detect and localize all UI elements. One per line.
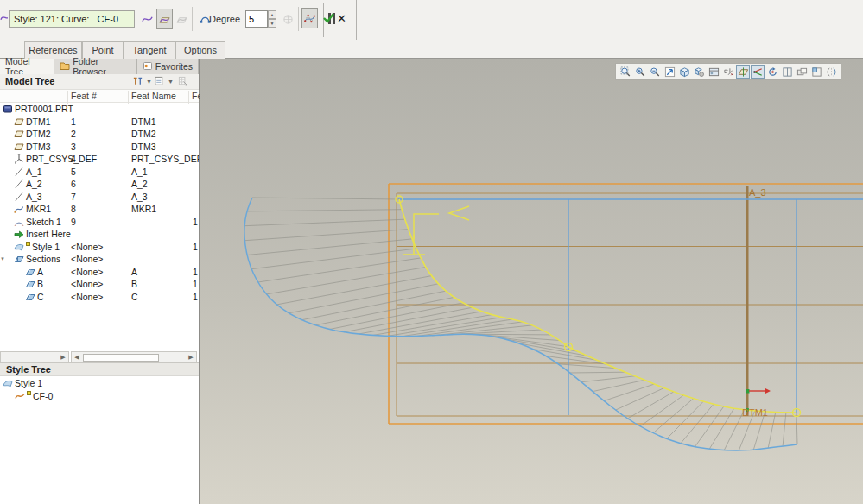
column-feat-name[interactable]: Feat Name: [131, 91, 176, 101]
style-curve-cf0[interactable]: [399, 199, 796, 413]
curve-on-surface-icon[interactable]: [156, 9, 173, 29]
tree-row-sections[interactable]: ▼Sections<None>: [0, 253, 199, 266]
zoom-in-icon[interactable]: [633, 65, 647, 79]
modified-badge-icon: [27, 391, 31, 395]
tree-item-label: Style 1: [32, 241, 60, 254]
tree-row-b[interactable]: B<None>B1: [0, 278, 199, 291]
feat-num-cell: 1: [71, 116, 76, 129]
feat-num-cell: 5: [71, 166, 76, 179]
feat-name-cell: DTM3: [131, 141, 156, 154]
display-style-icon[interactable]: [707, 65, 720, 79]
control-polygon-icon[interactable]: [301, 8, 318, 28]
section-icon: [25, 279, 35, 289]
sketch-icon: [14, 217, 24, 227]
csys-display-icon[interactable]: [751, 65, 765, 79]
zoom-out-icon[interactable]: [648, 65, 662, 79]
feat-num-cell: <None>: [71, 291, 103, 304]
scroll-right-icon[interactable]: ▶: [59, 353, 67, 362]
scroll-left-icon[interactable]: ◀: [73, 353, 81, 362]
tree-item-label: MKR1: [26, 203, 51, 216]
tree-item-label: Insert Here: [26, 228, 71, 241]
tree-item-label: PRT0001.PRT: [15, 103, 73, 116]
tree-row-dtm2[interactable]: DTM22DTM2: [0, 128, 199, 141]
datum-display-filters-icon[interactable]: [721, 65, 735, 79]
curve-feature-icon: [14, 204, 24, 214]
tree-columns-icon[interactable]: [154, 76, 166, 88]
model-tree-title: Model Tree: [5, 76, 54, 86]
feat-name-cell: B: [131, 278, 137, 291]
tree-row-style-1[interactable]: Style 1<None>1: [0, 241, 199, 254]
panel-tab-favorites[interactable]: Favorites: [137, 59, 199, 74]
curve-point-markers[interactable]: [396, 196, 801, 417]
tree-row-dtm3[interactable]: DTM33DTM3: [0, 141, 199, 154]
plane-display-icon[interactable]: [736, 65, 750, 79]
spin-up-icon[interactable]: ▲: [268, 10, 276, 19]
tree-settings-icon[interactable]: [178, 76, 190, 88]
annotation-display-icon[interactable]: [824, 65, 838, 79]
tab-options[interactable]: Options: [175, 41, 225, 59]
reference-plane-edges[interactable]: [398, 199, 863, 415]
view-normal-icon[interactable]: [692, 65, 706, 79]
zoom-region-icon[interactable]: [619, 65, 632, 79]
curve-status-field[interactable]: Style: 121: Curve: CF-0: [9, 10, 135, 28]
tree-row-a-1[interactable]: A_15A_1: [0, 166, 199, 179]
tree-row-a-2[interactable]: A_26A_2: [0, 178, 199, 191]
degree-input[interactable]: [245, 10, 268, 28]
tree-row-a[interactable]: A<None>A1: [0, 266, 199, 279]
style-tree-row-cf-0[interactable]: CF-0: [0, 390, 199, 403]
ruled-hatch-lines: [244, 198, 797, 450]
chevron-down-icon[interactable]: ▼: [146, 79, 152, 85]
tree-item-label: DTM2: [26, 128, 51, 141]
part-icon: [3, 104, 13, 114]
axis-tag-display-icon[interactable]: [795, 65, 809, 79]
panel-separator: [356, 0, 357, 40]
feat-name-cell: A_3: [131, 191, 148, 204]
tree-row-dtm1[interactable]: DTM11DTM1: [0, 116, 199, 129]
style-curve-icon: [15, 391, 25, 401]
plane-tag-display-icon[interactable]: [780, 65, 794, 79]
feat-extra-cell: 1: [193, 266, 199, 279]
feat-num-cell: 4: [71, 153, 76, 166]
tree-item-label: A_3: [26, 191, 42, 204]
tree-row-insert-here[interactable]: Insert Here: [0, 228, 199, 241]
free-curve-icon[interactable]: [139, 9, 155, 29]
tree-row-c[interactable]: C<None>C1: [0, 291, 199, 304]
tree-row-prt-csys-def[interactable]: PRT_CSYS_DEF4PRT_CSYS_DEF: [0, 153, 199, 166]
tree-row-prt0001-prt[interactable]: PRT0001.PRT: [0, 103, 199, 116]
datum-label: DTM1: [742, 407, 768, 418]
graphics-area[interactable]: A_3 DTM1: [200, 59, 863, 504]
expander-icon[interactable]: ▼: [0, 253, 5, 266]
axis-label: A_3: [749, 187, 766, 198]
point-tag-display-icon[interactable]: [809, 65, 823, 79]
tree-scrollbar-left[interactable]: ▶: [0, 351, 69, 362]
tree-row-a-3[interactable]: A_37A_3: [0, 191, 199, 204]
cancel-button[interactable]: ✕: [337, 12, 346, 25]
tree-item-label: DTM1: [26, 116, 51, 129]
scroll-right-icon[interactable]: ▶: [187, 353, 195, 362]
tree-row-mkr1[interactable]: MKR18MKR1: [0, 203, 199, 216]
tree-item-label: B: [37, 278, 43, 291]
named-views-icon[interactable]: [677, 65, 691, 79]
axis-icon: [14, 192, 24, 202]
panel-tab-model-tree[interactable]: Model Tree: [0, 59, 54, 74]
tree-filters-icon[interactable]: [132, 76, 144, 88]
degree-stepper[interactable]: ▲ ▼: [268, 10, 276, 28]
scene-svg: A_3 DTM1: [200, 59, 863, 504]
origin-point-marker: [746, 389, 750, 394]
chevron-down-icon[interactable]: ▼: [168, 79, 174, 85]
feat-name-cell: MKR1: [131, 203, 156, 216]
refit-icon[interactable]: [663, 65, 676, 79]
tree-scrollbar-right[interactable]: ◀ ▶: [71, 351, 197, 362]
tab-tangent[interactable]: Tangent: [124, 41, 175, 59]
blade-outline-curve[interactable]: [244, 198, 797, 450]
column-feat-num[interactable]: Feat #: [71, 91, 97, 101]
scrollbar-thumb[interactable]: [83, 354, 159, 362]
spin-center-icon[interactable]: [765, 65, 779, 79]
spin-down-icon[interactable]: ▼: [268, 19, 276, 28]
tree-row-sketch-1[interactable]: Sketch 191: [0, 216, 199, 229]
panel-tab-folder-browser[interactable]: Folder Browser: [54, 59, 137, 74]
style-feature-icon: [14, 242, 24, 252]
style-tree-row-style-1[interactable]: Style 1: [0, 377, 199, 390]
accept-button[interactable]: [322, 11, 335, 26]
datum-plane-edges[interactable]: [389, 184, 863, 424]
